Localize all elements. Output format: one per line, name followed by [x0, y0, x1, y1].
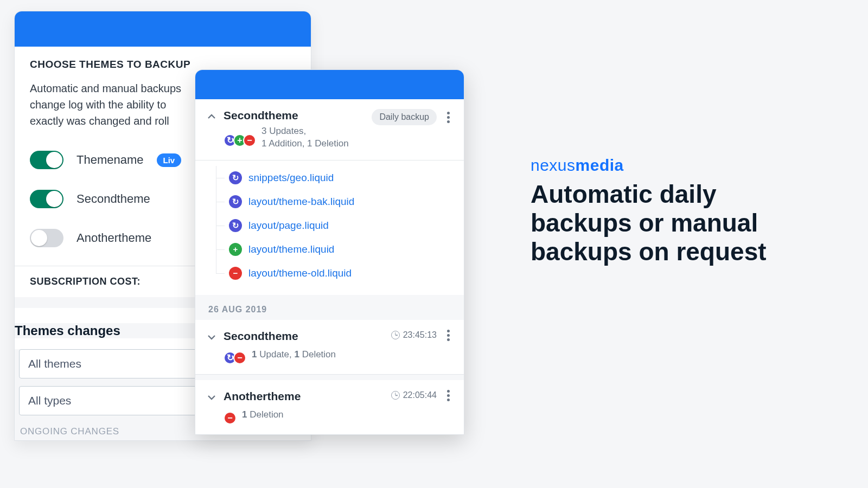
clock-icon [391, 391, 400, 400]
chevron-up-icon[interactable] [206, 111, 217, 122]
toggle-secondtheme[interactable] [30, 190, 63, 208]
marketing-copy: nexusmedia Automatic daily backups or ma… [531, 156, 813, 266]
file-path: layout/theme.liquid [248, 243, 334, 255]
changes-log-window: Secondtheme ↻ + − 3 Updates, 1 Addition,… [195, 69, 464, 435]
entry-menu-button[interactable] [443, 330, 453, 341]
window-titlebar [195, 70, 464, 99]
change-entry-expanded: Secondtheme ↻ + − 3 Updates, 1 Addition,… [195, 99, 464, 160]
update-icon: ↻ [229, 195, 242, 208]
theme-label: Themename [76, 153, 144, 167]
window-titlebar [15, 11, 311, 47]
update-icon: ↻ [229, 171, 242, 184]
entry-theme-name: Secondtheme [224, 109, 365, 122]
entry-theme-name: Anothertheme [224, 390, 385, 403]
change-type-icons: ↻ + − [224, 134, 256, 147]
entry-summary: 3 Updates, 1 Addition, 1 Deletion [261, 125, 349, 150]
change-type-icons: − [224, 412, 237, 425]
date-label: 26 AUG 2019 [195, 295, 464, 320]
changed-file-row[interactable]: ↻layout/page.liquid [200, 214, 464, 237]
daily-backup-badge: Daily backup [372, 109, 437, 125]
changed-file-row[interactable]: −layout/theme-old.liquid [200, 261, 464, 285]
entry-time: 23:45:13 [391, 330, 437, 340]
deletion-icon: − [224, 412, 237, 425]
chevron-down-icon[interactable] [206, 392, 217, 403]
changed-files-list: ↻snippets/geo.liquid↻layout/theme-bak.li… [195, 160, 464, 295]
entry-summary: 1 Deletion [242, 409, 284, 421]
changed-file-row[interactable]: ↻snippets/geo.liquid [200, 166, 464, 190]
changed-file-row[interactable]: +layout/theme.liquid [200, 237, 464, 261]
clock-icon [391, 331, 400, 339]
change-type-icons: ↻ − [224, 351, 246, 364]
brand-name: nexusmedia [531, 156, 813, 175]
toggle-themename[interactable] [30, 151, 63, 169]
entry-time: 22:05:44 [391, 390, 437, 400]
entry-menu-button[interactable] [443, 112, 453, 123]
change-entry-collapsed[interactable]: Secondtheme ↻ − 1 Update, 1 Deletion 23:… [195, 320, 464, 375]
update-icon: ↻ [229, 219, 242, 232]
entry-menu-button[interactable] [443, 390, 453, 401]
file-path: layout/theme-bak.liquid [248, 196, 354, 208]
changed-file-row[interactable]: ↻layout/theme-bak.liquid [200, 190, 464, 214]
panel-title: CHOOSE THEMES TO BACKUP [30, 59, 296, 70]
theme-label: Anothertheme [76, 231, 151, 245]
change-entry-collapsed[interactable]: Anothertheme − 1 Deletion 22:05:44 [195, 380, 464, 434]
file-path: snippets/geo.liquid [248, 172, 334, 184]
deletion-icon: − [233, 351, 246, 364]
addition-icon: + [229, 243, 242, 256]
theme-label: Secondtheme [76, 192, 150, 206]
chevron-down-icon[interactable] [206, 332, 217, 343]
entry-summary: 1 Update, 1 Deletion [252, 349, 336, 361]
deletion-icon: − [243, 134, 256, 147]
live-badge: Liv [157, 153, 182, 167]
deletion-icon: − [229, 267, 242, 280]
marketing-headline: Automatic daily backups or manual backup… [531, 180, 813, 266]
file-path: layout/theme-old.liquid [248, 267, 352, 279]
toggle-anothertheme[interactable] [30, 229, 63, 247]
entry-theme-name: Secondtheme [224, 330, 385, 343]
file-path: layout/page.liquid [248, 220, 329, 232]
